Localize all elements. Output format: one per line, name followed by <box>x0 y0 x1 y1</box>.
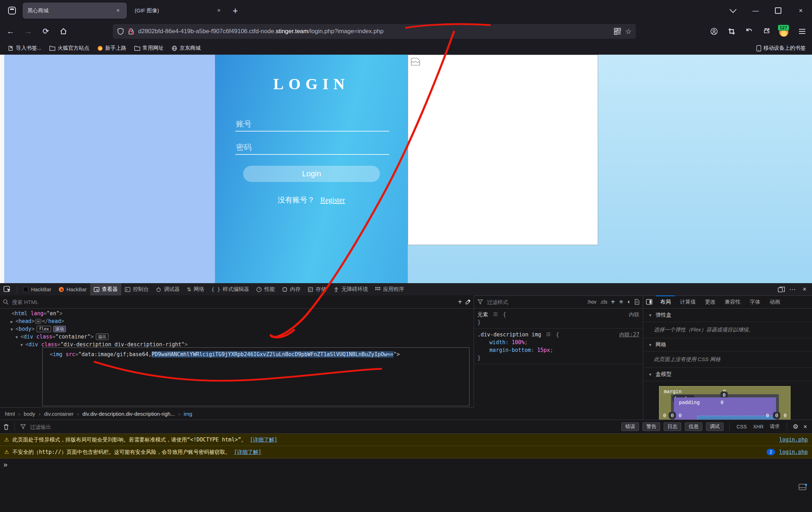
split-console-icon[interactable] <box>799 484 807 491</box>
rule-source[interactable]: 内联 <box>629 311 639 318</box>
markup-img-line[interactable]: <img src="data:image/gif;base64,PD9waHAN… <box>50 351 400 358</box>
scroll-badge[interactable]: 滚动 <box>53 326 66 332</box>
css-prop-width[interactable]: width: 100%; <box>490 339 640 346</box>
markup-html-line[interactable]: <html lang="en"> <box>12 310 63 317</box>
menu-hamburger-icon[interactable] <box>795 24 809 38</box>
responsive-mode-icon[interactable] <box>778 286 785 293</box>
overflow-badge[interactable]: 溢出 <box>96 334 109 340</box>
filter-requests-button[interactable]: 请求 <box>768 423 781 430</box>
rule-element[interactable]: 元素 { } 内联 <box>474 309 643 329</box>
filter-info-button[interactable]: 信息 <box>685 422 702 431</box>
tab-console[interactable]: 控制台 <box>121 283 152 295</box>
login-button[interactable]: Login <box>243 166 380 182</box>
flex-badge[interactable]: flex <box>37 326 51 332</box>
tab-hackbar-2[interactable]: HackBar <box>55 283 91 295</box>
bookmark-getting-started[interactable]: 新手上路 <box>97 45 127 51</box>
eyedropper-icon[interactable] <box>465 299 471 305</box>
twisty-closed-icon[interactable]: ▶ <box>11 318 16 326</box>
new-rule-icon[interactable]: + <box>611 298 615 306</box>
light-theme-icon[interactable]: ☀ <box>619 298 624 306</box>
section-flexbox[interactable]: ▼弹性盒 <box>643 309 812 322</box>
tab-performance[interactable]: 性能 <box>253 283 278 295</box>
class-toggle-button[interactable]: .cls <box>600 299 607 305</box>
rule-div-description-img[interactable]: .div-description img { width: 100%; marg… <box>474 329 643 364</box>
tab-hackbar-1[interactable]: HackBar <box>19 283 55 295</box>
pick-element-button[interactable] <box>0 283 15 295</box>
new-tab-button[interactable]: + <box>228 5 243 16</box>
rule-source-link[interactable]: 内联:27 <box>619 331 639 339</box>
password-field[interactable] <box>235 141 389 155</box>
filter-logs-button[interactable]: 日志 <box>664 422 681 431</box>
markup-head-line[interactable]: ▶<head>⋯</head> <box>11 317 64 326</box>
filter-output-input[interactable] <box>29 423 115 430</box>
highlight-dots-icon[interactable] <box>546 332 550 336</box>
tab-accessibility[interactable]: 无障碍环境 <box>330 283 371 295</box>
bookmark-mobile[interactable]: 移动设备上的书签 <box>756 45 806 51</box>
markup-body-line[interactable]: ▼<body>flex滚动 <box>11 325 66 334</box>
url-bar[interactable]: d2802bfd-86e4-419b-a5be-f907c6f49106.ctf… <box>113 24 636 39</box>
add-node-icon[interactable]: + <box>458 298 462 306</box>
tab-storage[interactable]: 存储 <box>304 283 330 295</box>
css-prop-margin-bottom[interactable]: margin-bottom: 15px; <box>490 346 640 354</box>
undo-restore-icon[interactable] <box>742 24 756 38</box>
shield-icon[interactable] <box>117 28 124 35</box>
twisty-open-icon[interactable]: ▼ <box>20 341 25 349</box>
bookmark-jd[interactable]: 京东商城 <box>172 45 201 51</box>
tab-computed[interactable]: 计算值 <box>676 295 700 308</box>
console-settings-gear-icon[interactable]: ⚙ <box>793 423 798 431</box>
tab-animations[interactable]: 动画 <box>765 295 784 308</box>
forward-icon[interactable]: → <box>21 24 35 38</box>
filter-warnings-button[interactable]: 警告 <box>642 422 660 431</box>
tab-style-editor[interactable]: { } 样式编辑器 <box>208 283 253 295</box>
home-icon[interactable] <box>56 24 70 38</box>
account-icon[interactable] <box>707 24 721 38</box>
firefox-view-icon[interactable] <box>4 3 20 18</box>
highlight-dots-icon[interactable] <box>493 312 498 316</box>
crumb-description[interactable]: div.div-description.div-description-righ… <box>82 411 175 417</box>
tab-changes[interactable]: 更改 <box>701 295 720 308</box>
tab-memory[interactable]: 内存 <box>278 283 304 295</box>
filter-css-button[interactable]: CSS <box>735 424 748 429</box>
tab-compatibility[interactable]: 兼容性 <box>720 295 745 308</box>
filter-debug-button[interactable]: 调试 <box>706 422 724 431</box>
search-html-input[interactable] <box>11 299 455 305</box>
close-window-button[interactable]: × <box>789 0 812 21</box>
source-link[interactable]: login.php <box>779 449 808 455</box>
devtools-close-icon[interactable]: × <box>800 286 809 293</box>
extension-fox-icon[interactable]: 127 <box>777 24 792 38</box>
minimize-button[interactable]: — <box>744 0 767 21</box>
markup-container-line[interactable]: ▼<div class="container">溢出 <box>16 333 109 341</box>
tab-layout[interactable]: 布局 <box>656 295 675 308</box>
filter-errors-button[interactable]: 错误 <box>621 422 639 431</box>
filter-styles-input[interactable] <box>486 299 584 305</box>
bookmark-star-icon[interactable]: ☆ <box>625 27 632 36</box>
filter-xhr-button[interactable]: XHR <box>752 424 765 429</box>
screenshot-crop-icon[interactable] <box>725 24 739 38</box>
reload-icon[interactable]: ⟳ <box>39 24 53 38</box>
maximize-button[interactable] <box>767 0 789 21</box>
tab-debugger[interactable]: 调试器 <box>152 283 183 295</box>
back-icon[interactable]: ← <box>4 24 18 38</box>
learn-more-link[interactable]: [详细了解] <box>234 449 262 456</box>
tab-shop[interactable]: 黑心商城 × <box>23 2 127 19</box>
tab-close-icon[interactable]: × <box>114 6 122 15</box>
crumb-html[interactable]: html <box>5 411 15 417</box>
tab-application[interactable]: 应用程序 <box>371 283 408 295</box>
dark-theme-icon[interactable]: ◐ <box>627 298 631 305</box>
twisty-open-icon[interactable]: ▼ <box>11 326 16 334</box>
twisty-open-icon[interactable]: ▼ <box>16 334 20 341</box>
devtools-more-icon[interactable]: ⋯ <box>786 286 798 293</box>
print-media-icon[interactable] <box>634 299 639 305</box>
tab-fonts[interactable]: 字体 <box>745 295 764 308</box>
console-close-icon[interactable]: × <box>802 423 808 431</box>
url-text[interactable]: d2802bfd-86e4-419b-a5be-f907c6f49106.ctf… <box>138 28 610 35</box>
crumb-container[interactable]: div.container <box>44 411 74 417</box>
crumb-body[interactable]: body <box>24 411 35 417</box>
tab-network[interactable]: ⇅ 网络 <box>183 283 208 295</box>
console-input-row[interactable]: » <box>0 458 812 470</box>
tab-inspector[interactable]: 查看器 <box>90 283 121 295</box>
username-field[interactable] <box>235 117 389 132</box>
bookmark-folder-firefox[interactable]: 火狐官方站点 <box>49 45 90 51</box>
selected-element-box[interactable]: <img src="data:image/gif;base64,PD9waHAN… <box>42 347 469 406</box>
tab-close-icon[interactable]: × <box>215 6 223 15</box>
